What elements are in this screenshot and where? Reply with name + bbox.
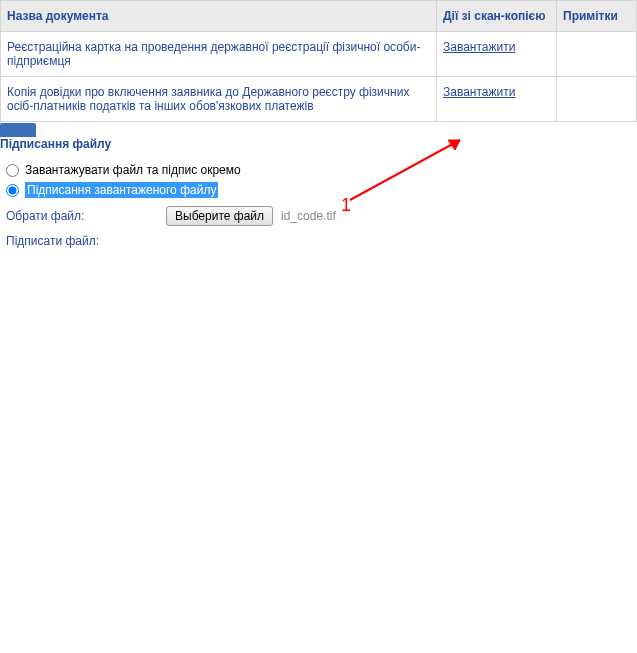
- doc-name: Копія довідки про включення заявника до …: [1, 77, 437, 122]
- table-row: Копія довідки про включення заявника до …: [1, 77, 637, 122]
- col-header-name: Назва документа: [1, 1, 437, 32]
- doc-notes: [557, 77, 637, 122]
- radio-separate[interactable]: Завантажувати файл та підпис окремо: [6, 163, 637, 177]
- sign-file-label: Підписати файл:: [6, 234, 166, 248]
- radio-separate-input[interactable]: [6, 164, 19, 177]
- doc-notes: [557, 32, 637, 77]
- download-link[interactable]: Завантажити: [443, 40, 515, 54]
- col-header-notes: Примітки: [557, 1, 637, 32]
- radio-sign-loaded[interactable]: Підписання завантаженого файлу: [6, 182, 637, 198]
- documents-table: Назва документа Дії зі скан-копією Примі…: [0, 0, 637, 122]
- file-select-label: Обрати файл:: [6, 209, 166, 223]
- tab-indicator: [0, 123, 36, 137]
- file-select-row: Обрати файл: Выберите файл id_code.tif: [6, 206, 637, 226]
- choose-file-button[interactable]: Выберите файл: [166, 206, 273, 226]
- radio-sign-loaded-input[interactable]: [6, 184, 19, 197]
- doc-name: Реєстраційна картка на проведення держав…: [1, 32, 437, 77]
- download-link[interactable]: Завантажити: [443, 85, 515, 99]
- annotation-1: 1: [341, 195, 351, 216]
- sign-file-row: Підписати файл:: [6, 234, 637, 248]
- section-title: Підписання файлу: [0, 137, 637, 151]
- table-row: Реєстраційна картка на проведення держав…: [1, 32, 637, 77]
- selected-file-name: id_code.tif: [281, 209, 336, 223]
- col-header-action: Дії зі скан-копією: [437, 1, 557, 32]
